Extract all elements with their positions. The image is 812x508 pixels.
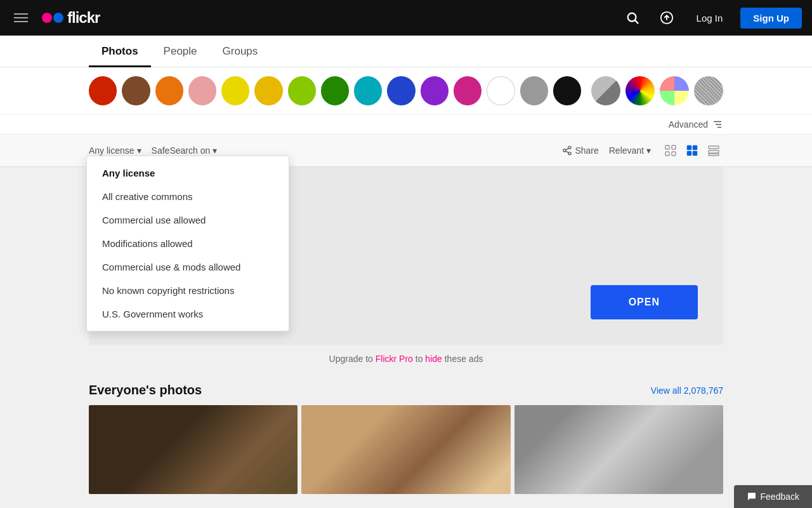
safesearch-arrow: ▾ (213, 145, 217, 156)
navbar: flickr Log In Sign Up (0, 0, 812, 36)
svg-rect-19 (693, 151, 697, 156)
tabs-bar: Photos People Groups (0, 36, 812, 67)
color-pattern[interactable] (660, 76, 689, 105)
color-blue[interactable] (387, 76, 415, 105)
color-gray[interactable] (520, 76, 548, 105)
svg-rect-12 (665, 145, 669, 149)
photo-thumb-3[interactable] (514, 405, 723, 494)
photo-thumb-2[interactable] (301, 405, 510, 494)
relevant-arrow: ▾ (646, 145, 651, 156)
login-button[interactable]: Log In (689, 8, 731, 29)
view-icons (661, 141, 723, 160)
license-label: Any license (89, 145, 134, 156)
feedback-button[interactable]: Feedback (734, 485, 812, 508)
dot-blue (53, 13, 63, 23)
license-option-modifications[interactable]: Modifications allowed (87, 232, 289, 255)
photo-thumb-1[interactable] (89, 405, 298, 494)
license-option-any[interactable]: Any license (87, 161, 289, 185)
license-option-commercial[interactable]: Commercial use allowed (87, 208, 289, 232)
safesearch-filter[interactable]: SafeSearch on ▾ (152, 145, 218, 156)
share-button[interactable]: Share (562, 145, 598, 156)
upload-icon[interactable] (655, 6, 679, 30)
license-dropdown: Any license All creative commons Commerc… (86, 156, 289, 331)
upgrade-text-post: these ads (442, 354, 483, 364)
license-arrow: ▾ (137, 145, 141, 156)
license-option-cc[interactable]: All creative commons (87, 185, 289, 208)
svg-line-10 (566, 151, 569, 153)
tab-people[interactable]: People (151, 37, 210, 67)
signup-button[interactable]: Sign Up (740, 8, 802, 29)
ad-open-button[interactable]: OPEN (591, 285, 698, 319)
photos-header: Everyone's photos View all 2,078,767 (89, 383, 723, 398)
svg-rect-17 (693, 145, 697, 150)
tab-groups[interactable]: Groups (210, 37, 271, 67)
color-magenta[interactable] (454, 76, 481, 105)
color-brown[interactable] (122, 76, 150, 105)
svg-rect-21 (709, 150, 719, 153)
color-lime[interactable] (288, 76, 316, 105)
color-teal[interactable] (354, 76, 382, 105)
color-texture[interactable] (694, 76, 723, 105)
feedback-label: Feedback (761, 491, 799, 502)
dot-pink (42, 13, 52, 23)
color-purple[interactable] (421, 76, 449, 105)
view-grid-small[interactable] (661, 141, 680, 160)
svg-rect-22 (709, 154, 719, 156)
flickr-pro-link[interactable]: Flickr Pro (376, 354, 413, 364)
color-pink[interactable] (188, 76, 216, 105)
search-icon[interactable] (620, 6, 645, 30)
hide-link[interactable]: hide (425, 354, 442, 364)
view-grid-large[interactable] (683, 141, 702, 160)
hamburger-menu[interactable] (10, 10, 32, 26)
safesearch-label: SafeSearch on (152, 145, 211, 156)
upgrade-bar: Upgrade to Flickr Pro to hide these ads (0, 345, 812, 373)
advanced-button[interactable]: Advanced (669, 119, 723, 130)
flickr-wordmark: flickr (67, 9, 100, 27)
view-all-link[interactable]: View all 2,078,767 (651, 385, 723, 396)
svg-rect-20 (709, 146, 719, 149)
upgrade-text-mid: to (413, 354, 425, 364)
color-orange[interactable] (155, 76, 183, 105)
advanced-row: Advanced (0, 115, 812, 135)
relevant-label: Relevant (609, 145, 644, 156)
color-yellow[interactable] (221, 76, 249, 105)
svg-rect-14 (665, 152, 669, 156)
advanced-label: Advanced (669, 119, 708, 130)
color-red[interactable] (89, 76, 117, 105)
color-green[interactable] (321, 76, 349, 105)
color-any-gray[interactable] (591, 76, 620, 105)
svg-point-7 (568, 146, 571, 149)
sort-button[interactable]: Relevant ▾ (609, 145, 651, 156)
svg-line-1 (635, 20, 638, 23)
tab-photos[interactable]: Photos (89, 37, 151, 67)
svg-point-9 (568, 152, 571, 155)
color-white[interactable] (487, 76, 514, 105)
color-black[interactable] (553, 76, 581, 105)
svg-rect-16 (687, 145, 691, 150)
flickr-logo[interactable]: flickr (42, 9, 100, 27)
view-list[interactable] (704, 141, 723, 160)
color-gold[interactable] (254, 76, 282, 105)
photos-grid (89, 405, 723, 494)
color-multicolor[interactable] (625, 76, 655, 105)
photos-title: Everyone's photos (89, 383, 202, 398)
special-swatches (591, 76, 723, 105)
svg-point-0 (627, 13, 636, 22)
share-label: Share (575, 145, 598, 156)
svg-line-11 (566, 148, 569, 150)
flickr-dots (42, 13, 63, 23)
license-option-no-copyright[interactable]: No known copyright restrictions (87, 279, 289, 302)
photos-section: Everyone's photos View all 2,078,767 (0, 373, 812, 494)
license-option-government[interactable]: U.S. Government works (87, 302, 289, 326)
license-filter[interactable]: Any license ▾ (89, 145, 141, 156)
license-option-commercial-mods[interactable]: Commercial use & mods allowed (87, 255, 289, 279)
color-filter-row (0, 67, 812, 115)
upgrade-text-pre: Upgrade to (329, 354, 376, 364)
svg-point-8 (563, 149, 566, 152)
svg-rect-15 (672, 152, 676, 156)
svg-rect-18 (687, 151, 691, 156)
svg-rect-13 (672, 145, 676, 149)
